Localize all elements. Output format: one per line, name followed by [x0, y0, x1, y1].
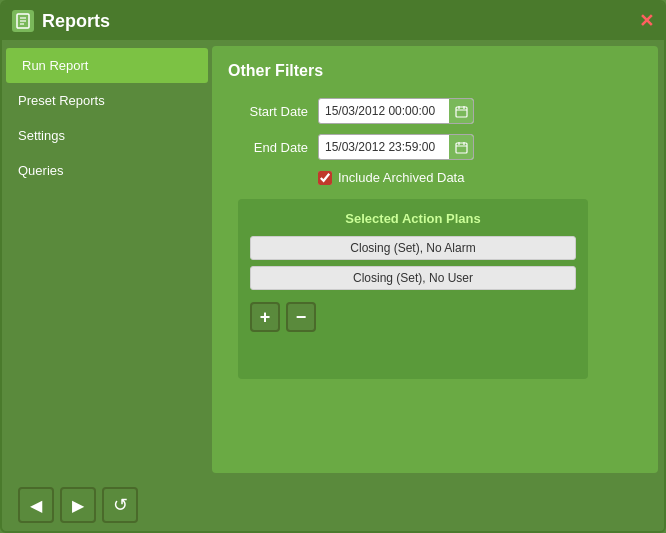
include-archived-row: Include Archived Data: [318, 170, 642, 185]
section-title: Other Filters: [228, 62, 642, 80]
action-plan-item[interactable]: Closing (Set), No User: [250, 266, 576, 290]
end-date-label: End Date: [228, 140, 308, 155]
forward-button[interactable]: ▶: [60, 487, 96, 523]
content-area: Other Filters Start Date: [212, 46, 658, 473]
bottom-bar: ◀ ▶ ↺: [2, 479, 664, 531]
back-icon: ◀: [30, 496, 42, 515]
reports-icon: [12, 10, 34, 32]
action-plan-item[interactable]: Closing (Set), No Alarm: [250, 236, 576, 260]
main-content: Run Report Preset Reports Settings Queri…: [2, 40, 664, 479]
end-date-input[interactable]: [319, 137, 449, 157]
svg-rect-8: [456, 143, 467, 153]
include-archived-checkbox[interactable]: [318, 171, 332, 185]
end-date-wrapper: [318, 134, 474, 160]
action-plans-buttons: + −: [250, 302, 576, 332]
sidebar-item-run-report[interactable]: Run Report: [6, 48, 208, 83]
sidebar-item-queries[interactable]: Queries: [2, 153, 212, 188]
refresh-button[interactable]: ↺: [102, 487, 138, 523]
close-button[interactable]: ✕: [639, 12, 654, 30]
start-date-label: Start Date: [228, 104, 308, 119]
start-date-row: Start Date: [228, 98, 642, 124]
title-bar-left: Reports: [12, 10, 110, 32]
start-date-calendar-btn[interactable]: [449, 99, 473, 123]
end-date-row: End Date: [228, 134, 642, 160]
include-archived-label[interactable]: Include Archived Data: [338, 170, 464, 185]
start-date-input[interactable]: [319, 101, 449, 121]
remove-action-plan-button[interactable]: −: [286, 302, 316, 332]
svg-rect-4: [456, 107, 467, 117]
start-date-wrapper: [318, 98, 474, 124]
forward-icon: ▶: [72, 496, 84, 515]
end-date-calendar-btn[interactable]: [449, 135, 473, 159]
title-bar: Reports ✕: [2, 2, 664, 40]
back-button[interactable]: ◀: [18, 487, 54, 523]
sidebar-item-preset-reports[interactable]: Preset Reports: [2, 83, 212, 118]
add-action-plan-button[interactable]: +: [250, 302, 280, 332]
sidebar-item-settings[interactable]: Settings: [2, 118, 212, 153]
window-title: Reports: [42, 11, 110, 32]
action-plans-title: Selected Action Plans: [250, 211, 576, 226]
action-plans-box: Selected Action Plans Closing (Set), No …: [238, 199, 588, 379]
refresh-icon: ↺: [113, 494, 128, 516]
main-window: Reports ✕ Run Report Preset Reports Sett…: [0, 0, 666, 533]
sidebar: Run Report Preset Reports Settings Queri…: [2, 40, 212, 479]
